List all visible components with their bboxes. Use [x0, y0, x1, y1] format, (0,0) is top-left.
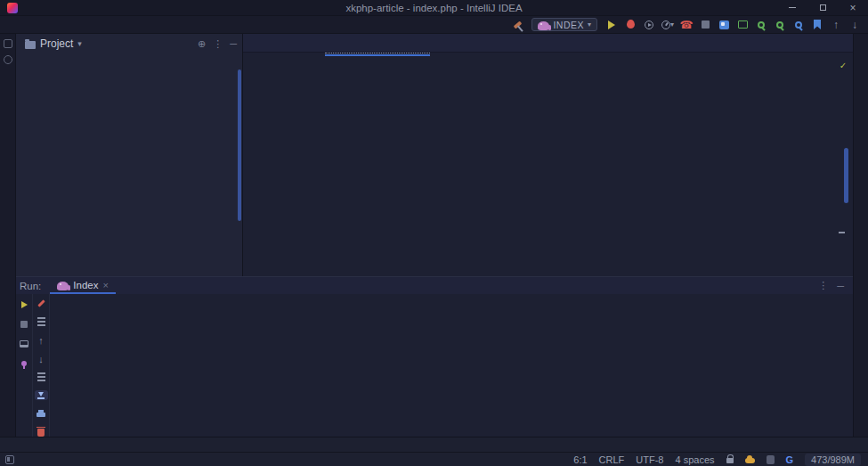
project-panel-title: Project	[40, 37, 73, 50]
selection-artifact	[325, 53, 430, 53]
ide-window: xkphp-article - index.php - IntelliJ IDE…	[0, 0, 868, 466]
inspections-ok-icon[interactable]: ✓	[840, 60, 846, 72]
cloud-sync-icon[interactable]	[745, 458, 755, 463]
run-console[interactable]	[50, 294, 853, 437]
stop-button[interactable]	[697, 18, 713, 32]
tool-window-bar	[0, 437, 868, 452]
intellij-logo-icon	[7, 3, 18, 13]
run-panel: Run: Index × ⋮ ─	[16, 276, 853, 437]
attach-debugger-icon[interactable]: ☎	[678, 18, 694, 32]
stop-button[interactable]	[18, 318, 31, 330]
bookmark-icon[interactable]	[809, 18, 825, 32]
minimize-button[interactable]	[777, 0, 807, 16]
up-stack-icon[interactable]: ↑	[35, 335, 48, 346]
more-options-icon[interactable]: ⋮	[213, 38, 223, 50]
run-panel-body: ↑ ↓	[16, 294, 853, 437]
more-options-icon[interactable]: ⋮	[818, 280, 828, 291]
commit-tool-icon[interactable]	[4, 55, 12, 64]
run-panel-header: Run: Index × ⋮ ─	[16, 277, 853, 294]
file-encoding[interactable]: UTF-8	[636, 454, 663, 465]
status-bar: 6:1 CRLF UTF-8 4 spaces G 473/989M	[0, 452, 868, 466]
chevron-down-icon: ▾	[588, 20, 591, 29]
maximize-button[interactable]	[807, 0, 838, 16]
pin-tab-icon[interactable]	[18, 357, 31, 369]
navigation-toolbar: INDEX ▾ ▾ ☎ ↑ ↓	[0, 16, 868, 34]
terminal-window-icon[interactable]	[734, 18, 750, 32]
editor-tab-bar	[243, 34, 853, 53]
soft-wrap-icon[interactable]	[35, 372, 48, 382]
line-separator[interactable]: CRLF	[599, 454, 625, 465]
down-stack-icon[interactable]: ↓	[35, 354, 48, 364]
down-arrow-icon[interactable]: ↓	[847, 18, 863, 32]
debug-button[interactable]	[622, 18, 638, 32]
left-tool-window-bar	[0, 34, 16, 437]
run-toolbar-secondary: ↑ ↓	[33, 294, 50, 437]
indent-setting[interactable]: 4 spaces	[675, 454, 714, 465]
project-icon	[25, 41, 36, 49]
find-icon[interactable]	[791, 18, 807, 32]
lock-icon[interactable]	[726, 458, 734, 463]
editor: ✓	[243, 34, 853, 276]
profiler-button[interactable]: ▾	[660, 18, 676, 32]
plugin-status-icon[interactable]	[767, 455, 775, 464]
clear-console-icon[interactable]	[35, 427, 48, 437]
print-icon[interactable]	[35, 408, 48, 418]
tool-windows-icon[interactable]	[5, 455, 14, 464]
search-icon[interactable]	[753, 18, 769, 32]
run-configuration-selector[interactable]: INDEX ▾	[531, 18, 597, 31]
php-icon	[57, 282, 69, 290]
close-button[interactable]: ×	[838, 0, 868, 16]
rerun-button[interactable]	[18, 298, 31, 310]
project-panel: Project ▾ ⊕ ⋮ ─	[16, 34, 243, 276]
project-scrollbar[interactable]	[238, 69, 241, 221]
caret-position[interactable]: 6:1	[573, 454, 587, 465]
filter-list-icon[interactable]	[35, 316, 48, 326]
window-title: xkphp-article - index.php - IntelliJ IDE…	[345, 3, 522, 13]
up-arrow-icon[interactable]: ↑	[828, 18, 844, 32]
scrollbar-mark	[839, 232, 845, 233]
run-toolbar-primary	[16, 294, 33, 437]
php-icon	[538, 21, 549, 30]
coverage-button[interactable]	[641, 18, 657, 32]
run-tab-index[interactable]: Index ×	[50, 277, 116, 294]
editor-scrollbar[interactable]	[844, 148, 848, 203]
project-tool-icon[interactable]	[4, 39, 12, 48]
code-editor[interactable]: ✓	[243, 53, 853, 276]
title-bar: xkphp-article - index.php - IntelliJ IDE…	[0, 0, 868, 16]
close-icon[interactable]: ×	[102, 280, 108, 290]
main-body: Project ▾ ⊕ ⋮ ─	[0, 34, 868, 437]
main-toolbar: INDEX ▾ ▾ ☎ ↑ ↓	[509, 18, 863, 32]
hide-panel-icon[interactable]: ─	[230, 38, 237, 49]
chevron-down-icon: ▾	[77, 39, 82, 48]
project-panel-header[interactable]: Project ▾ ⊕ ⋮ ─	[16, 34, 242, 53]
scroll-to-end-icon[interactable]	[35, 390, 48, 400]
run-configuration-name: INDEX	[553, 20, 584, 30]
google-translate-icon[interactable]: G	[786, 454, 794, 465]
run-tab-label: Index	[73, 280, 98, 290]
memory-indicator[interactable]: 473/989M	[805, 454, 861, 466]
run-button[interactable]	[604, 18, 620, 32]
selection-artifact	[325, 54, 430, 56]
edit-source-icon[interactable]	[35, 298, 48, 308]
build-hammer-icon[interactable]	[509, 18, 525, 32]
locate-file-icon[interactable]: ⊕	[198, 38, 206, 50]
browser-icon[interactable]	[716, 18, 732, 32]
run-label: Run:	[20, 281, 41, 291]
search-replace-icon[interactable]	[772, 18, 788, 32]
hide-panel-icon[interactable]: ─	[837, 281, 844, 291]
right-tool-window-bar	[853, 34, 868, 437]
restore-layout-icon[interactable]	[18, 338, 31, 349]
window-controls: ×	[777, 0, 868, 16]
